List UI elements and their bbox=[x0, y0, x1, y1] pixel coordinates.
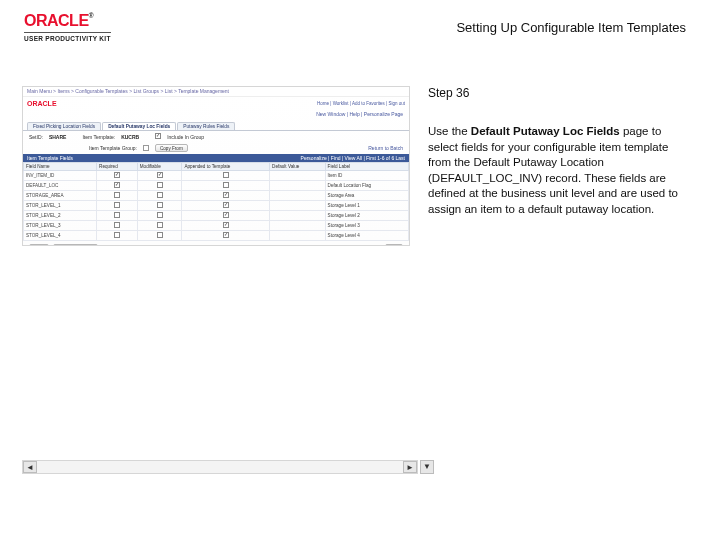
req-checkbox[interactable] bbox=[114, 212, 120, 218]
app-checkbox[interactable] bbox=[223, 172, 229, 178]
add-button[interactable]: Add bbox=[385, 244, 403, 246]
grid-tools[interactable]: Personalize | Find | View All | First 1-… bbox=[301, 155, 405, 161]
breadcrumb: Main Menu > Items > Configurable Templat… bbox=[23, 87, 409, 97]
app-checkbox[interactable] bbox=[223, 192, 229, 198]
app-checkbox[interactable] bbox=[223, 232, 229, 238]
grid-header-row: Field Name Required Modifiable Appended … bbox=[24, 163, 409, 171]
copy-from-button[interactable]: Copy From bbox=[155, 144, 188, 152]
col-default: Default Value bbox=[270, 163, 326, 171]
app-screenshot: Main Menu > Items > Configurable Templat… bbox=[22, 86, 410, 246]
req-checkbox[interactable] bbox=[114, 202, 120, 208]
tab-putaway-rules[interactable]: Putaway Rules Fields bbox=[177, 122, 235, 130]
return-batch-link[interactable]: Return to Batch bbox=[368, 145, 403, 151]
col-label: Field Label bbox=[325, 163, 408, 171]
table-row: STOR_LEVEL_4Storage Level 4 bbox=[24, 231, 409, 241]
grid-title: Item Template Fields bbox=[27, 155, 73, 161]
table-row: STOR_LEVEL_3Storage Level 3 bbox=[24, 221, 409, 231]
col-field-name: Field Name bbox=[24, 163, 97, 171]
nav-links[interactable]: New Window | Help | Personalize Page bbox=[316, 111, 403, 117]
req-checkbox[interactable] bbox=[114, 182, 120, 188]
app-checkbox[interactable] bbox=[223, 202, 229, 208]
col-required: Required bbox=[97, 163, 138, 171]
app-mini-logo: ORACLE bbox=[27, 100, 57, 107]
setid-value: SHARE bbox=[49, 134, 67, 140]
return-search-button[interactable]: Return to Search bbox=[53, 244, 98, 246]
upk-subtitle: USER PRODUCTIVITY KIT bbox=[24, 32, 111, 42]
req-checkbox[interactable] bbox=[114, 192, 120, 198]
tab-fixed-picking[interactable]: Fixed Picking Location Fields bbox=[27, 122, 101, 130]
col-appended: Appended to Template bbox=[182, 163, 270, 171]
req-checkbox[interactable] bbox=[114, 172, 120, 178]
mod-checkbox[interactable] bbox=[157, 222, 163, 228]
mod-checkbox[interactable] bbox=[157, 202, 163, 208]
req-checkbox[interactable] bbox=[114, 222, 120, 228]
app-checkbox[interactable] bbox=[223, 222, 229, 228]
include-label: Include In Group bbox=[167, 134, 204, 140]
table-row: STORAGE_AREAStorage Area bbox=[24, 191, 409, 201]
oracle-logo-block: ORACLE® USER PRODUCTIVITY KIT bbox=[24, 12, 111, 42]
step-label: Step 36 bbox=[428, 86, 692, 100]
scroll-down-icon[interactable]: ▼ bbox=[420, 460, 434, 474]
table-row: DEFAULT_LOCDefault Location Flag bbox=[24, 181, 409, 191]
scroll-track[interactable] bbox=[37, 461, 403, 473]
template-label: Item Template: bbox=[82, 134, 115, 140]
scroll-left-icon[interactable]: ◄ bbox=[23, 461, 37, 473]
page-title: Setting Up Configurable Item Templates bbox=[456, 20, 696, 35]
instr-bold: Default Putaway Loc Fields bbox=[471, 125, 620, 137]
mod-checkbox[interactable] bbox=[157, 172, 163, 178]
app-checkbox[interactable] bbox=[223, 182, 229, 188]
mod-checkbox[interactable] bbox=[157, 182, 163, 188]
col-modifiable: Modifiable bbox=[137, 163, 182, 171]
setid-label: SetID: bbox=[29, 134, 43, 140]
table-row: STOR_LEVEL_2Storage Level 2 bbox=[24, 211, 409, 221]
include-checkbox[interactable] bbox=[155, 133, 161, 139]
req-checkbox[interactable] bbox=[114, 232, 120, 238]
instr-pre: Use the bbox=[428, 125, 471, 137]
mod-checkbox[interactable] bbox=[157, 232, 163, 238]
table-row: STOR_LEVEL_1Storage Level 1 bbox=[24, 201, 409, 211]
template-value: KUCRB bbox=[121, 134, 139, 140]
oracle-logo: ORACLE® bbox=[24, 12, 111, 30]
tab-default-putaway[interactable]: Default Putaway Loc Fields bbox=[102, 122, 176, 130]
horizontal-scrollbar[interactable]: ◄ ► bbox=[22, 460, 418, 474]
table-row: INV_ITEM_IDItem ID bbox=[24, 171, 409, 181]
group-label: Item Template Group: bbox=[89, 145, 137, 151]
instr-post: page to select fields for your configura… bbox=[428, 125, 678, 215]
instruction-panel: Step 36 Use the Default Putaway Loc Fiel… bbox=[428, 86, 698, 246]
app-header-links[interactable]: Home | Worklist | Add to Favorites | Sig… bbox=[317, 101, 405, 106]
fields-grid: Field Name Required Modifiable Appended … bbox=[23, 162, 409, 241]
mod-checkbox[interactable] bbox=[157, 192, 163, 198]
step-instruction: Use the Default Putaway Loc Fields page … bbox=[428, 124, 692, 217]
lookup-icon[interactable] bbox=[143, 145, 149, 151]
oracle-logo-text: ORACLE bbox=[24, 12, 89, 29]
app-checkbox[interactable] bbox=[223, 212, 229, 218]
mod-checkbox[interactable] bbox=[157, 212, 163, 218]
tab-strip: Fixed Picking Location Fields Default Pu… bbox=[23, 119, 409, 131]
save-button[interactable]: Save bbox=[29, 244, 49, 246]
scroll-right-icon[interactable]: ► bbox=[403, 461, 417, 473]
